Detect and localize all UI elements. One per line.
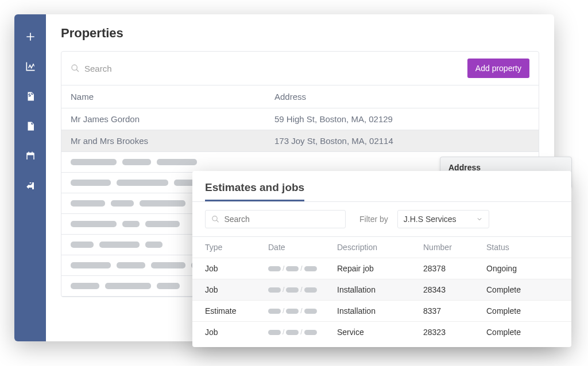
svg-point-0 [72, 65, 77, 70]
cell-number: 28378 [423, 264, 486, 273]
chevron-down-icon [476, 216, 483, 223]
col-header-type: Type [205, 243, 268, 252]
estimates-title-wrap: Estimates and jobs [192, 181, 571, 202]
cell-description: Installation [337, 306, 423, 316]
cell-number: 28323 [423, 328, 486, 337]
estimates-panel: Estimates and jobs Filter by J.H.S Servi… [192, 171, 571, 347]
cell-name: Mr and Mrs Brookes [71, 136, 274, 146]
estimates-table-header: Type Date Description Number Status [192, 237, 571, 258]
svg-point-2 [212, 216, 217, 221]
cell-type: Job [205, 328, 268, 337]
search-row: Add property [61, 52, 539, 85]
search-icon [211, 215, 219, 224]
table-row[interactable]: Mr and Mrs Brookes 173 Joy St, Boston, M… [61, 130, 539, 152]
cell-name: Mr James Gordon [71, 114, 274, 124]
filter-by-label: Filter by [359, 215, 388, 224]
add-property-button[interactable]: Add property [467, 59, 529, 78]
cell-date: // [268, 328, 337, 337]
plus-icon[interactable] [24, 30, 37, 43]
cell-number: 28343 [423, 285, 486, 294]
col-header-number: Number [423, 243, 486, 252]
chart-icon[interactable] [24, 60, 37, 73]
table-header: Name Address [61, 85, 539, 108]
cell-status: Complete [486, 285, 559, 294]
col-header-status: Status [486, 243, 559, 252]
estimates-title: Estimates and jobs [205, 181, 304, 201]
col-header-description: Description [337, 243, 423, 252]
cell-type: Estimate [205, 306, 268, 316]
cell-date: // [268, 264, 337, 273]
logout-icon[interactable] [24, 180, 37, 192]
cell-type: Job [205, 285, 268, 294]
cell-type: Job [205, 264, 268, 273]
cell-date: // [268, 306, 337, 316]
svg-line-3 [216, 220, 219, 223]
estimates-search-box [205, 210, 346, 228]
filter-row: Filter by J.H.S Services [192, 202, 571, 237]
table-row[interactable]: Job // Installation 28343 Complete [192, 279, 571, 301]
cell-address: 59 High St, Boston, MA, 02129 [274, 114, 529, 124]
table-row[interactable]: Mr James Gordon 59 High St, Boston, MA, … [61, 108, 539, 130]
cell-status: Complete [486, 306, 559, 316]
col-header-address: Address [274, 92, 529, 102]
search-input[interactable] [84, 64, 467, 73]
table-row[interactable]: Job // Repair job 28378 Ongoing [192, 258, 571, 279]
svg-line-1 [76, 69, 79, 72]
search-icon [71, 64, 80, 73]
cell-description: Installation [337, 285, 423, 294]
sidebar [14, 14, 46, 341]
table-row[interactable]: Estimate // Installation 8337 Complete [192, 301, 571, 322]
cell-description: Service [337, 328, 423, 337]
col-header-date: Date [268, 243, 337, 252]
page-title: Properties [61, 26, 539, 41]
calendar-icon[interactable] [24, 150, 37, 162]
filter-select[interactable]: J.H.S Services [397, 210, 489, 228]
cell-number: 8337 [423, 306, 486, 316]
table-row[interactable]: Job // Service 28323 Complete [192, 322, 571, 342]
col-header-name: Name [71, 92, 274, 102]
estimates-search-input[interactable] [224, 215, 339, 224]
search-box [71, 64, 467, 73]
cell-description: Repair job [337, 264, 423, 273]
cell-address: 173 Joy St, Boston, MA, 02114 [274, 136, 529, 146]
filter-select-value: J.H.S Services [404, 215, 457, 224]
cell-status: Complete [486, 328, 559, 337]
cell-date: // [268, 285, 337, 294]
cell-status: Ongoing [486, 264, 559, 273]
invoice-icon[interactable] [24, 90, 37, 103]
document-icon[interactable] [24, 120, 37, 133]
